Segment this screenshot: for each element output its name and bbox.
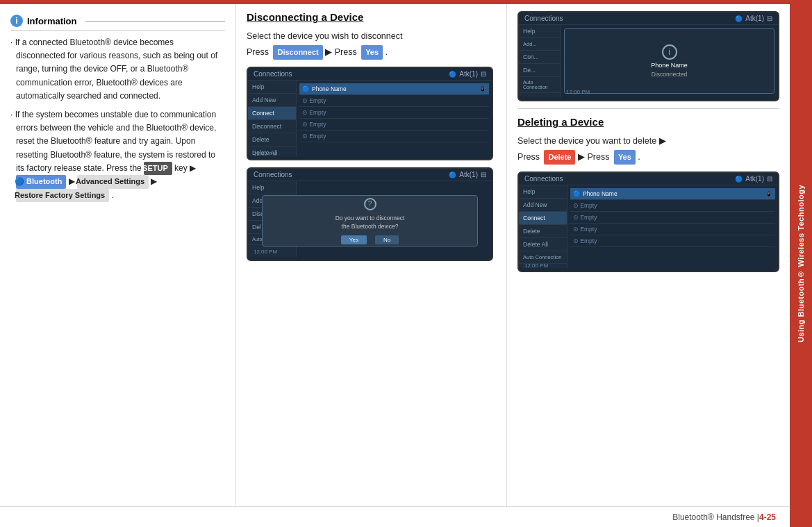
s3-help: Help [519,25,560,38]
badge-advanced: Advanced Settings [77,175,149,189]
info-icon: i [10,15,23,27]
period: . [112,190,114,200]
s4-addnew: Add New [519,199,567,212]
screen-header-4: Connections 🔵 Atk(1) ⊟ [519,173,778,185]
s4-delete: Delete [519,225,567,238]
badge-disconnect: Disconnect [273,45,322,60]
screen3-body: Help Add... Con... De... Auto Connection… [519,25,778,97]
badge-yes-1: Yes [361,45,383,60]
press-label-2: Press [335,47,357,57]
screen2-time: 12:00 PM [254,249,277,255]
screen3-main: i Phone Name Disconnected 12:00 PM [561,25,778,97]
screen4-empty2: ⊙ Empty [570,212,775,224]
screen1-empty4: ⊙ Empty [299,131,489,142]
screen1-header-right: Atk(1) [459,70,478,78]
disconnect-title: Disconnecting a Device [247,11,496,23]
mid-column: Disconnecting a Device Select the device… [236,4,507,506]
delete-desc: Select the device you want to delete ▶ P… [517,133,779,165]
info-bullet-2: If the system becomes unstable due to co… [10,108,225,203]
screen4-empty3: ⊙ Empty [570,224,775,235]
key-label: key ▶ [174,163,196,173]
badge-delete: Delete [544,150,575,165]
dialog-question-icon: ? [364,198,376,210]
left-column: i Information If a connected Bluetooth® … [0,4,236,506]
screen1-phonename: 🔵 Phone Name 📱 [299,83,489,95]
delete-title: Deleting a Device [517,116,779,128]
screen-mockup-2: Connections 🔵 Atk(1) ⊟ Help Add Disc... … [247,167,493,261]
period-3: . [638,152,640,162]
screen4-header-right: Atk(1) [745,175,764,183]
badge-setup: SETUP [144,162,172,176]
footer: Bluetooth® Handsfree | 4-25 [0,506,790,527]
dialog-no-btn: No [375,235,399,244]
info-title: Information [27,16,77,26]
screen3-header-left: Connections [524,15,563,22]
screen-header-3: Connections 🔵 Atk(1) ⊟ [519,12,778,25]
screen1-sidebar: Help Add New Connect Disconnect Delete D… [248,81,297,156]
screen4-header-left: Connections [524,175,563,183]
sidebar-label: Using Bluetooth® Wireless Technology [797,185,805,342]
dialog-buttons: Yes No [341,235,399,244]
right-column: Connections 🔵 Atk(1) ⊟ Help Add... Con..… [507,4,790,506]
s4-deleteall: Delete All [519,238,567,251]
info-divider [85,21,226,22]
arrow-4: ▶ [659,136,666,146]
s2-help: Help [248,181,296,194]
dialog-text: Do you want to disconnectthe Bluetooth d… [335,215,405,231]
badge-yes-2: Yes [614,150,636,165]
disconnected-overlay: i Phone Name Disconnected [564,28,774,94]
screen1-main: 🔵 Phone Name 📱 ⊙ Empty ⊙ Empty ⊙ Empty [297,81,492,156]
info-bullet-1: If a connected Bluetooth® device becomes… [10,36,225,103]
delete-section: Deleting a Device Select the device you … [517,108,779,165]
screen4-phonename: 🔵 Phone Name 📱 [570,188,775,200]
screen-mockup-4: Connections 🔵 Atk(1) ⊟ Help Add New Conn… [517,172,779,272]
screen1-item-disconnect: Disconnect [248,120,296,133]
s4-help: Help [519,185,567,199]
screen1-empty2: ⊙ Empty [299,107,489,119]
screen2-dialog: ? Do you want to disconnectthe Bluetooth… [262,195,478,246]
screen1-item-addnew: Add New [248,94,296,107]
main-content: i Information If a connected Bluetooth® … [0,4,790,506]
divider-1 [517,108,779,109]
screen-mockup-3: Connections 🔵 Atk(1) ⊟ Help Add... Con..… [517,11,779,101]
press-label-3: Press [517,152,540,162]
screen-header-2: Connections 🔵 Atk(1) ⊟ [248,169,492,181]
sidebar-bar: Using Bluetooth® Wireless Technology [790,0,812,527]
s3-conn: Con... [519,51,560,64]
screen-mockup-1: Connections 🔵 Atk(1) ⊟ Help Add New Conn… [247,67,493,160]
screen4-time: 12:00 PM [524,262,548,269]
screen4-body: Help Add New Connect Delete Delete All A… [519,185,778,268]
info-body: If a connected Bluetooth® device becomes… [10,36,225,202]
phonename-text: Phone Name [651,62,688,69]
screen1-item-auto: Auto Connection [248,160,296,160]
screen2-header-right: Atk(1) [459,171,478,178]
disconnected-text: Disconnected [652,71,688,78]
screen3-header-right: Atk(1) [745,15,764,22]
badge-bluetooth: 🔵 Bluetooth [16,175,66,189]
screen2-body: Help Add Disc... Del Auto Conn... ? Do y… [248,181,492,257]
screen4-main: 🔵 Phone Name 📱 ⊙ Empty ⊙ Empty ⊙ Empty [567,185,778,268]
press-label-4: Press [587,152,609,162]
screen4-empty4: ⊙ Empty [570,235,775,247]
screen3-time: 12:00 PM [566,89,590,95]
arrow-3: ▶ [325,47,334,57]
s3-add: Add... [519,38,560,51]
screen1-body: Help Add New Connect Disconnect Delete D… [248,81,492,156]
footer-pagenum: 4-25 [759,512,776,522]
screen1-time: 12:00 PM [254,151,277,157]
arrow-5: ▶ [578,152,587,162]
screen4-sidebar: Help Add New Connect Delete Delete All A… [519,185,567,268]
dialog-yes-btn: Yes [341,235,367,244]
screen-header-1: Connections 🔵 Atk(1) ⊟ [248,68,492,81]
delete-desc-text: Select the device you want to delete [517,136,656,146]
screen1-item-delete: Delete [248,133,296,147]
screen3-sidebar: Help Add... Con... De... Auto Connection [519,25,561,97]
s3-auto: Auto Connection [519,77,560,93]
footer-text: Bluetooth® Handsfree | [672,512,759,522]
screen2-header-left: Connections [254,171,292,178]
screen1-item-help: Help [248,81,296,94]
screen1-item-connect: Connect [248,107,296,120]
screen4-empty1: ⊙ Empty [570,200,775,212]
info-header: i Information [10,15,225,31]
arrow-2: ▶ [151,176,157,186]
